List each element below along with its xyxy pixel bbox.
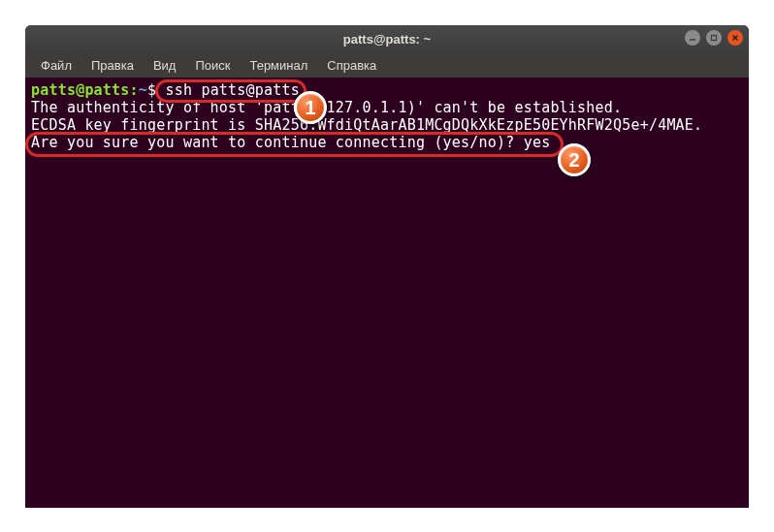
- terminal-line-1: patts@patts:~$ ssh patts@patts: [31, 81, 743, 99]
- menu-search[interactable]: Поиск: [187, 56, 238, 75]
- close-button[interactable]: [727, 30, 743, 46]
- minimize-button[interactable]: [685, 30, 700, 46]
- maximize-icon: [710, 34, 718, 42]
- window-controls: [685, 30, 743, 46]
- terminal-line-2: The authenticity of host 'patts (127.0.1…: [31, 99, 743, 116]
- command-text: ssh patts@patts: [165, 81, 299, 99]
- prompt-path: ~: [139, 81, 147, 99]
- menu-terminal[interactable]: Терминал: [242, 56, 315, 75]
- svg-rect-1: [712, 36, 717, 41]
- terminal-window: patts@patts: ~ Файл Правка Вид Поиск Тер…: [25, 25, 749, 508]
- menu-file[interactable]: Файл: [33, 56, 80, 75]
- menu-view[interactable]: Вид: [145, 56, 184, 75]
- titlebar: patts@patts: ~: [25, 25, 749, 52]
- terminal-line-4: Are you sure you want to continue connec…: [31, 134, 743, 151]
- prompt-symbol: $: [147, 81, 156, 99]
- menu-help[interactable]: Справка: [319, 56, 384, 75]
- window-title: patts@patts: ~: [343, 32, 431, 47]
- prompt-colon: :: [130, 81, 139, 99]
- terminal-body[interactable]: patts@patts:~$ ssh patts@patts The authe…: [25, 78, 749, 155]
- maximize-button[interactable]: [706, 30, 722, 46]
- prompt-user: patts@patts: [31, 81, 130, 99]
- menubar: Файл Правка Вид Поиск Терминал Справка: [25, 52, 749, 78]
- minimize-icon: [689, 34, 696, 42]
- close-icon: [731, 34, 739, 42]
- terminal-line-3: ECDSA key fingerprint is SHA256:WfdiQtAa…: [31, 116, 743, 134]
- menu-edit[interactable]: Правка: [83, 56, 142, 75]
